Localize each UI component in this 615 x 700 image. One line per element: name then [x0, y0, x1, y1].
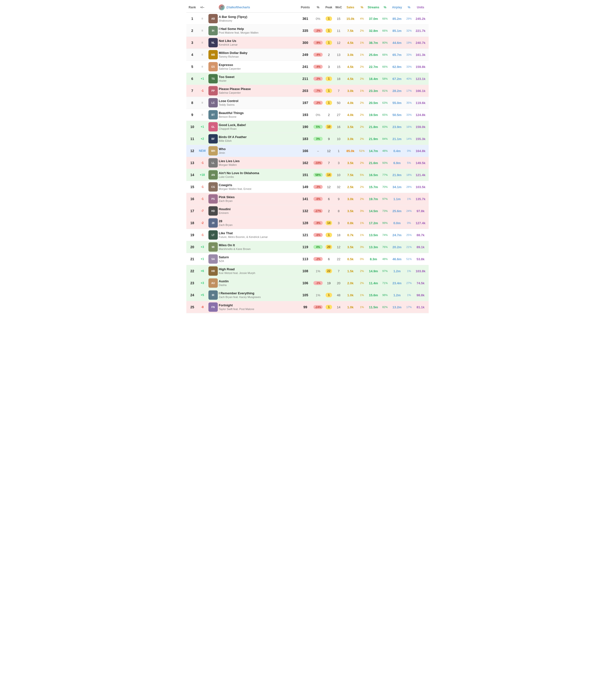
song-title: Pink Skies	[219, 195, 298, 199]
song-info: Too Sweet Hozier	[219, 75, 298, 83]
peak-cell: 14	[324, 173, 334, 177]
album-thumbnail: AU	[209, 278, 218, 288]
change-indicator: =	[197, 65, 208, 68]
song-title: Please Please Please	[219, 87, 298, 91]
streams-value: 15.7m	[366, 185, 380, 189]
song-artist: Hozier	[219, 79, 298, 83]
album-art: MB	[208, 50, 219, 59]
header-change: +/–	[197, 5, 208, 9]
pct-badge: -6%	[313, 233, 323, 237]
change-indicator: =	[197, 53, 208, 57]
streams-pct: 71%	[380, 282, 389, 285]
rank-number: 17	[187, 209, 197, 213]
peak-badge: 1	[326, 293, 332, 297]
airplay-pct: 1%	[405, 198, 413, 200]
album-thumbnail: MI	[209, 242, 218, 252]
streams-value: 20.5m	[366, 101, 380, 105]
woc-value: 50	[334, 101, 343, 105]
sales-value: 0.5k	[343, 257, 357, 261]
album-thumbnail: PP	[209, 86, 218, 96]
song-artist: Future, Metro Boomin, & Kendrick Lamar	[219, 235, 298, 239]
airplay-pct: 18%	[405, 173, 413, 176]
header-peak: Peak	[324, 5, 334, 9]
streams-pct: 81%	[380, 89, 389, 92]
rank-number: 7	[187, 89, 197, 93]
album-art: BT	[208, 110, 219, 120]
song-info: Lies Lies Lies Morgan Wallen	[219, 159, 298, 166]
pct-cell: 0%	[312, 17, 324, 21]
pct-cell: -2%	[312, 77, 324, 81]
units-value: 161.3k	[413, 53, 428, 57]
song-artist: Morgan Wallen	[219, 163, 298, 166]
peak-cell: 9	[324, 137, 334, 141]
rank-number: 18	[187, 221, 197, 225]
pct-cell: 5%	[312, 125, 324, 129]
streams-value: 22.7m	[366, 65, 380, 69]
sales-value: 0.8k	[343, 221, 357, 225]
points-value: 141	[298, 197, 312, 201]
brand-logo: 🎵	[219, 4, 225, 10]
units-value: 155.3k	[413, 137, 428, 141]
points-value: 249	[298, 53, 312, 57]
pct-badge: -4%	[313, 53, 323, 57]
airplay-pct: 17%	[405, 89, 413, 92]
table-row: 18 -2 28 28 Zach Bryan 128 -9% 14 3 0.8k…	[186, 217, 429, 229]
woc-value: 22	[334, 257, 343, 261]
sales-value: 3.5k	[343, 161, 357, 165]
points-value: 99	[298, 305, 312, 309]
woc-value: 27	[334, 113, 343, 117]
song-title: Lose Control	[219, 99, 298, 103]
units-value: 221.7k	[413, 29, 428, 33]
sales-value: 7.5k	[343, 29, 357, 33]
pct-badge: -9%	[313, 41, 323, 45]
units-value: 103.5k	[413, 185, 428, 189]
airplay-pct: 35%	[405, 101, 413, 104]
sales-value: 4.5k	[343, 77, 357, 81]
woc-value: 13	[334, 53, 343, 57]
table-row: 5 = ES Espresso Sabrina Carpenter 241 -4…	[186, 61, 429, 73]
airplay-value: 65.7m	[389, 53, 405, 57]
pct-badge: 1%	[316, 293, 321, 297]
streams-pct: 73%	[380, 210, 389, 212]
song-info: Cowgirls Morgan Wallen feat. Ernest	[219, 183, 298, 190]
album-thumbnail: WH	[209, 146, 218, 155]
sales-pct: 1%	[357, 222, 366, 224]
sales-pct: 3%	[357, 210, 366, 212]
change-indicator: +3	[197, 245, 208, 249]
table-row: 24 +5 IR I Remember Everything Zach Brya…	[186, 289, 429, 301]
change-indicator: =	[197, 41, 208, 45]
airplay-value: 6.9m	[389, 161, 405, 165]
streams-value: 14.7m	[366, 149, 380, 153]
airplay-value: 1.1m	[389, 197, 405, 201]
album-art: PP	[208, 86, 219, 96]
peak-cell: 6	[324, 257, 334, 261]
song-artist: Jimin	[219, 151, 298, 154]
pct-cell: 4%	[312, 245, 324, 249]
peak-cell: 1	[324, 89, 334, 93]
pct-badge: -1%	[313, 281, 323, 285]
peak-cell: 1	[324, 101, 334, 105]
points-value: 149	[298, 185, 312, 189]
sales-value: 3.5k	[343, 245, 357, 249]
change-indicator: +3	[197, 281, 208, 285]
song-artist: Kendrick Lamar	[219, 43, 298, 46]
rank-number: 15	[187, 185, 197, 189]
song-title: Ain't No Love In Oklahoma	[219, 171, 298, 175]
peak-cell: 1	[324, 28, 334, 33]
streams-value: 19.5m	[366, 113, 380, 117]
streams-pct: 74%	[380, 234, 389, 236]
table-row: 17 -7 HD Houdini Eminem 132 -27% 2 8 3.5…	[186, 205, 429, 217]
pct-badge: -2%	[313, 29, 323, 33]
streams-pct: 66%	[380, 65, 389, 68]
peak-cell: 1	[324, 305, 334, 309]
sales-pct: 1%	[357, 293, 366, 297]
streams-value: 16.5m	[366, 173, 380, 177]
song-artist: Chappell Roan	[219, 127, 298, 130]
pct-cell: -2%	[312, 101, 324, 105]
airplay-value: 1.2m	[389, 293, 405, 297]
pct-badge: -2%	[313, 257, 323, 261]
units-value: 123.1k	[413, 77, 428, 81]
points-value: 121	[298, 233, 312, 237]
units-value: 103.8k	[413, 269, 428, 273]
song-artist: Post Malone feat. Morgan Wallen	[219, 31, 298, 34]
